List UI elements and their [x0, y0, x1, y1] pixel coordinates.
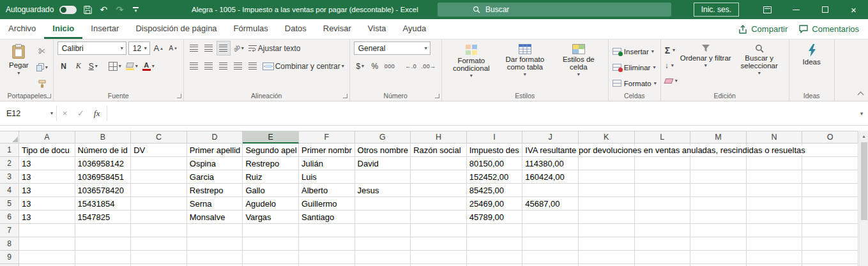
cell-F6[interactable]: Santiago — [299, 211, 355, 224]
row-header-2[interactable]: 2 — [0, 157, 19, 170]
cell-C1[interactable]: DV — [131, 144, 187, 157]
cell-F7[interactable] — [299, 224, 355, 237]
cell-L2[interactable] — [635, 157, 691, 170]
cell-M7[interactable] — [690, 224, 747, 237]
cell-E7[interactable] — [243, 224, 299, 237]
collapse-ribbon-icon[interactable] — [858, 92, 864, 98]
cell-J9[interactable] — [522, 251, 579, 264]
cell-B4[interactable]: 1036578420 — [75, 184, 132, 197]
column-header-G[interactable]: G — [355, 131, 411, 144]
cell-L3[interactable] — [635, 170, 691, 184]
cell-D1[interactable]: Primer apellid — [187, 144, 243, 157]
cell-E4[interactable]: Gallo — [243, 184, 299, 197]
decrease-font-button[interactable]: A▾ — [167, 41, 179, 55]
cell-J8[interactable] — [522, 237, 579, 251]
cell-H9[interactable] — [411, 251, 467, 264]
format-painter-button[interactable] — [35, 77, 49, 91]
cell-H4[interactable] — [411, 184, 467, 197]
cell-D9[interactable] — [187, 251, 243, 264]
cell-L7[interactable] — [635, 224, 691, 237]
cell-J3[interactable]: 160424,00 — [522, 170, 579, 184]
bold-button[interactable]: N — [57, 59, 70, 73]
column-header-E[interactable]: E — [243, 131, 299, 144]
cell-B7[interactable] — [75, 224, 132, 237]
column-header-L[interactable]: L — [635, 131, 691, 144]
conditional-formatting-button[interactable]: Formato condicional ▾ — [446, 41, 497, 91]
cell-G4[interactable]: Jesus — [355, 184, 411, 197]
cell-K8[interactable] — [579, 237, 635, 251]
cell-E8[interactable] — [243, 237, 299, 251]
cell-D8[interactable] — [187, 237, 243, 251]
cell-C8[interactable] — [131, 237, 187, 251]
cell-F2[interactable]: Julián — [299, 157, 355, 170]
vertical-scrollbar[interactable]: ▴ — [859, 131, 868, 266]
font-name-select[interactable]: Calibri ▾ — [57, 41, 126, 55]
search-box[interactable]: Buscar — [438, 3, 671, 17]
cell-A7[interactable] — [19, 224, 75, 237]
cell-K3[interactable] — [579, 170, 635, 184]
sign-in-button[interactable]: Inic. ses. — [694, 3, 739, 17]
save-button[interactable] — [82, 3, 93, 17]
cell-B1[interactable]: Número de id — [75, 144, 132, 157]
row-header-1[interactable]: 1 — [0, 144, 19, 157]
tab-disposicion-de-pagina[interactable]: Disposición de página — [127, 19, 225, 39]
cell-N5[interactable] — [747, 197, 803, 211]
cell-styles-button[interactable]: Estilos de celda ▾ — [553, 41, 604, 91]
tab-archivo[interactable]: Archivo — [0, 19, 44, 39]
increase-decimal-button[interactable]: ←.0 — [404, 59, 418, 73]
row-header-8[interactable]: 8 — [0, 237, 19, 251]
currency-format-button[interactable]: $▾ — [354, 59, 367, 73]
clear-button[interactable]: ▾ — [665, 74, 678, 87]
cell-I2[interactable]: 80150,00 — [467, 157, 523, 170]
tab-inicio[interactable]: Inicio — [44, 19, 82, 39]
increase-font-button[interactable]: A▴ — [152, 41, 165, 55]
share-button[interactable]: Compartir — [738, 24, 788, 34]
tab-revisar[interactable]: Revisar — [315, 19, 360, 39]
cell-I6[interactable]: 45789,00 — [467, 211, 523, 224]
find-select-button[interactable]: Buscar y seleccionar ▾ — [734, 41, 785, 91]
formula-input[interactable] — [107, 106, 855, 121]
number-format-select[interactable]: General ▾ — [354, 41, 430, 55]
cell-K7[interactable] — [579, 224, 635, 237]
cell-I9[interactable] — [467, 251, 523, 264]
dialog-launcher-icon[interactable] — [47, 94, 51, 98]
cell-I4[interactable]: 85425,00 — [467, 184, 523, 197]
cell-O1[interactable] — [802, 144, 858, 157]
undo-button[interactable]: ↶ — [98, 3, 109, 17]
cell-N6[interactable] — [747, 211, 803, 224]
format-as-table-button[interactable]: Dar formato como tabla ▾ — [499, 41, 551, 91]
cell-O3[interactable] — [802, 170, 858, 184]
column-header-D[interactable]: D — [187, 131, 243, 144]
cell-O4[interactable] — [802, 184, 858, 197]
enter-button[interactable]: ✓ — [73, 106, 89, 121]
cell-I5[interactable]: 25469,00 — [467, 197, 523, 211]
cell-M8[interactable] — [690, 237, 747, 251]
cell-J4[interactable] — [522, 184, 579, 197]
maximize-button[interactable] — [811, 0, 839, 19]
cell-B9[interactable] — [75, 251, 132, 264]
cell-M2[interactable] — [690, 157, 747, 170]
cell-C7[interactable] — [131, 224, 187, 237]
cell-G8[interactable] — [355, 237, 411, 251]
cell-L5[interactable] — [635, 197, 691, 211]
cell-K4[interactable] — [579, 184, 635, 197]
row-header-6[interactable]: 6 — [0, 211, 19, 224]
copy-button[interactable]: ▾ — [35, 61, 49, 74]
cell-F1[interactable]: Primer nombr — [299, 144, 355, 157]
decrease-indent-button[interactable] — [232, 59, 245, 73]
cell-N9[interactable] — [747, 251, 803, 264]
cell-H3[interactable] — [411, 170, 467, 184]
cell-G1[interactable]: Otros nombre — [355, 144, 411, 157]
column-header-I[interactable]: I — [467, 131, 523, 144]
cell-D2[interactable]: Ospina — [187, 157, 243, 170]
column-header-J[interactable]: J — [522, 131, 579, 144]
wrap-text-button[interactable]: Ajustar texto — [247, 41, 302, 55]
cell-E6[interactable]: Vargas — [243, 211, 299, 224]
cell-O6[interactable] — [802, 211, 858, 224]
close-button[interactable]: × — [839, 0, 868, 19]
name-box[interactable]: E12 ▾ — [1, 106, 57, 121]
cell-F4[interactable]: Alberto — [299, 184, 355, 197]
cell-N4[interactable] — [747, 184, 803, 197]
cell-N3[interactable] — [747, 170, 803, 184]
cell-H1[interactable]: Razón social — [411, 144, 467, 157]
